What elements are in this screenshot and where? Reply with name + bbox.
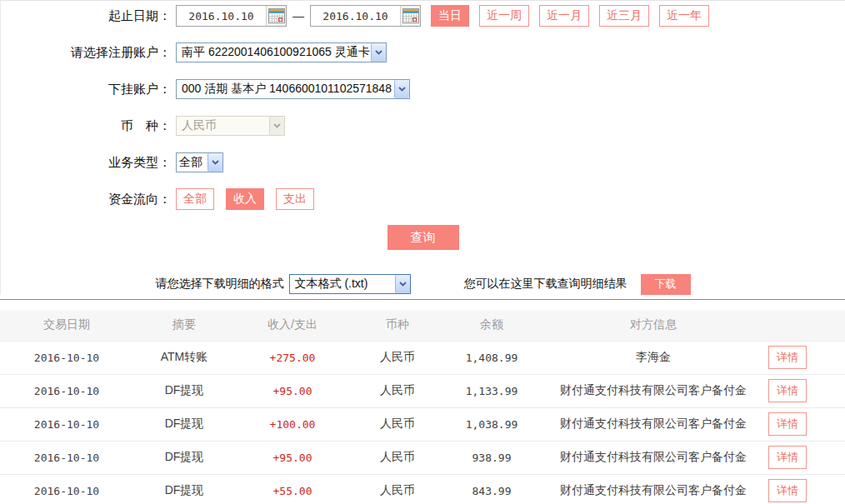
end-date-input[interactable]: 2016.10.10 bbox=[310, 5, 421, 27]
header-date: 交易日期 bbox=[0, 310, 133, 341]
cell-summary: DF提现 bbox=[133, 374, 235, 407]
download-format-value: 文本格式 (.txt) bbox=[290, 277, 395, 292]
detail-button[interactable]: 详情 bbox=[768, 379, 807, 402]
cell-amount: +100.00 bbox=[235, 407, 350, 441]
download-format-label: 请您选择下载明细的格式 bbox=[156, 277, 284, 292]
table-row: 2016-10-10 DF提现 +95.00 人民币 938.99 财付通支付科… bbox=[0, 441, 845, 474]
download-format-select[interactable]: 文本格式 (.txt) bbox=[289, 274, 411, 294]
chevron-down-icon bbox=[269, 117, 284, 135]
cell-counterparty: 李海金 bbox=[538, 341, 768, 374]
cell-balance: 843.99 bbox=[445, 474, 538, 504]
table-row: 2016-10-10 ATM转账 +275.00 人民币 1,408.99 李海… bbox=[0, 341, 845, 374]
table-row: 2016-10-10 DF提现 +55.00 人民币 843.99 财付通支付科… bbox=[0, 474, 845, 504]
fund-flow-row: 资金流向： 全部 收入 支出 bbox=[1, 188, 845, 210]
preset-last-month-button[interactable]: 近一月 bbox=[539, 5, 589, 27]
end-date-value: 2016.10.10 bbox=[311, 10, 400, 22]
biz-type-label: 业务类型： bbox=[1, 155, 176, 171]
header-counterparty: 对方信息 bbox=[538, 310, 768, 341]
query-form: 起止日期： 2016.10.10 — bbox=[0, 1, 845, 295]
preset-last-week-button[interactable]: 近一周 bbox=[479, 5, 529, 27]
registered-account-select[interactable]: 南平 6222001406100921065 灵通卡 bbox=[176, 42, 387, 62]
table-row: 2016-10-10 DF提现 +95.00 人民币 1,133.99 财付通支… bbox=[0, 374, 845, 407]
cell-counterparty: 财付通支付科技有限公司客户备付金 bbox=[538, 374, 768, 407]
cell-balance: 1,038.99 bbox=[445, 407, 538, 441]
cell-summary: ATM转账 bbox=[133, 341, 235, 374]
currency-select: 人民币 bbox=[176, 116, 285, 136]
cell-date: 2016-10-10 bbox=[0, 441, 133, 474]
red-divider bbox=[0, 299, 845, 300]
flow-expense-button[interactable]: 支出 bbox=[276, 188, 314, 210]
cell-amount: +55.00 bbox=[235, 474, 350, 504]
cell-amount: +95.00 bbox=[235, 374, 350, 407]
detail-button[interactable]: 详情 bbox=[768, 412, 807, 436]
chevron-down-icon bbox=[394, 80, 409, 98]
preset-today-button[interactable]: 当日 bbox=[431, 5, 469, 27]
detail-button[interactable]: 详情 bbox=[768, 479, 807, 502]
cell-amount: +275.00 bbox=[235, 341, 350, 374]
chevron-down-icon bbox=[371, 43, 386, 62]
download-row: 请您选择下载明细的格式 文本格式 (.txt) 您可以在这里下载查询明细结果 下… bbox=[1, 273, 845, 295]
detail-button[interactable]: 详情 bbox=[768, 446, 807, 469]
download-button[interactable]: 下载 bbox=[641, 274, 691, 295]
cell-summary: DF提现 bbox=[133, 441, 235, 474]
date-range-row: 起止日期： 2016.10.10 — bbox=[1, 5, 845, 27]
detail-button[interactable]: 详情 bbox=[768, 346, 807, 369]
cell-summary: DF提现 bbox=[133, 474, 235, 504]
registered-account-value: 南平 6222001406100921065 灵通卡 bbox=[177, 45, 371, 60]
date-range-label: 起止日期： bbox=[1, 8, 176, 24]
biz-type-row: 业务类型： 全部 bbox=[1, 152, 845, 173]
download-hint: 您可以在这里下载查询明细结果 bbox=[464, 277, 628, 292]
biz-type-select[interactable]: 全部 bbox=[176, 152, 223, 172]
cell-date: 2016-10-10 bbox=[0, 374, 133, 407]
currency-row: 币 种： 人民币 bbox=[1, 115, 845, 137]
cell-currency: 人民币 bbox=[350, 374, 445, 407]
fund-flow-label: 资金流向： bbox=[1, 192, 176, 207]
transactions-table: 交易日期 摘要 收入/支出 币种 余额 对方信息 2016-10-10 ATM转… bbox=[0, 310, 845, 504]
registered-account-row: 请选择注册账户： 南平 6222001406100921065 灵通卡 bbox=[1, 42, 845, 63]
cell-amount: +95.00 bbox=[235, 441, 350, 474]
cell-currency: 人民币 bbox=[350, 474, 445, 504]
cell-counterparty: 财付通支付科技有限公司客户备付金 bbox=[538, 441, 768, 474]
transaction-query-page: 起止日期： 2016.10.10 — bbox=[0, 0, 845, 504]
cell-date: 2016-10-10 bbox=[0, 407, 133, 441]
flow-income-button[interactable]: 收入 bbox=[226, 188, 264, 210]
date-separator: — bbox=[292, 9, 304, 22]
sub-account-row: 下挂账户： 000 活期 基本户 1406600101102571848 bbox=[1, 78, 845, 100]
cell-date: 2016-10-10 bbox=[0, 474, 133, 504]
calendar-icon[interactable] bbox=[400, 6, 420, 26]
registered-account-label: 请选择注册账户： bbox=[1, 45, 176, 61]
header-amount: 收入/支出 bbox=[235, 310, 350, 341]
cell-balance: 1,408.99 bbox=[445, 341, 538, 374]
preset-last-year-button[interactable]: 近一年 bbox=[659, 5, 709, 27]
chevron-down-icon bbox=[208, 153, 222, 172]
start-date-input[interactable]: 2016.10.10 bbox=[176, 5, 287, 27]
sub-account-select[interactable]: 000 活期 基本户 1406600101102571848 bbox=[176, 79, 410, 99]
currency-value: 人民币 bbox=[177, 118, 269, 133]
flow-all-button[interactable]: 全部 bbox=[176, 188, 214, 210]
sub-account-label: 下挂账户： bbox=[1, 82, 176, 97]
cell-currency: 人民币 bbox=[350, 341, 445, 374]
cell-balance: 938.99 bbox=[445, 441, 538, 474]
cell-currency: 人民币 bbox=[350, 407, 445, 441]
cell-currency: 人民币 bbox=[350, 441, 445, 474]
header-actions bbox=[768, 310, 845, 341]
chevron-down-icon bbox=[395, 275, 410, 293]
sub-account-value: 000 活期 基本户 1406600101102571848 bbox=[177, 82, 394, 97]
header-balance: 余额 bbox=[445, 310, 538, 341]
header-currency: 币种 bbox=[350, 310, 445, 341]
cell-date: 2016-10-10 bbox=[0, 341, 133, 374]
calendar-icon[interactable] bbox=[266, 6, 286, 26]
table-row: 2016-10-10 DF提现 +100.00 人民币 1,038.99 财付通… bbox=[0, 407, 845, 441]
cell-summary: DF提现 bbox=[133, 407, 235, 441]
biz-type-value: 全部 bbox=[177, 155, 208, 170]
table-header-row: 交易日期 摘要 收入/支出 币种 余额 对方信息 bbox=[0, 310, 845, 341]
query-button[interactable]: 查询 bbox=[388, 225, 459, 250]
cell-balance: 1,133.99 bbox=[445, 374, 538, 407]
start-date-value: 2016.10.10 bbox=[177, 10, 266, 22]
currency-label: 币 种： bbox=[1, 118, 176, 134]
cell-counterparty: 财付通支付科技有限公司客户备付金 bbox=[538, 407, 768, 441]
cell-counterparty: 财付通支付科技有限公司客户备付金 bbox=[538, 474, 768, 504]
header-summary: 摘要 bbox=[133, 310, 235, 341]
preset-last-3-months-button[interactable]: 近三月 bbox=[599, 5, 649, 27]
